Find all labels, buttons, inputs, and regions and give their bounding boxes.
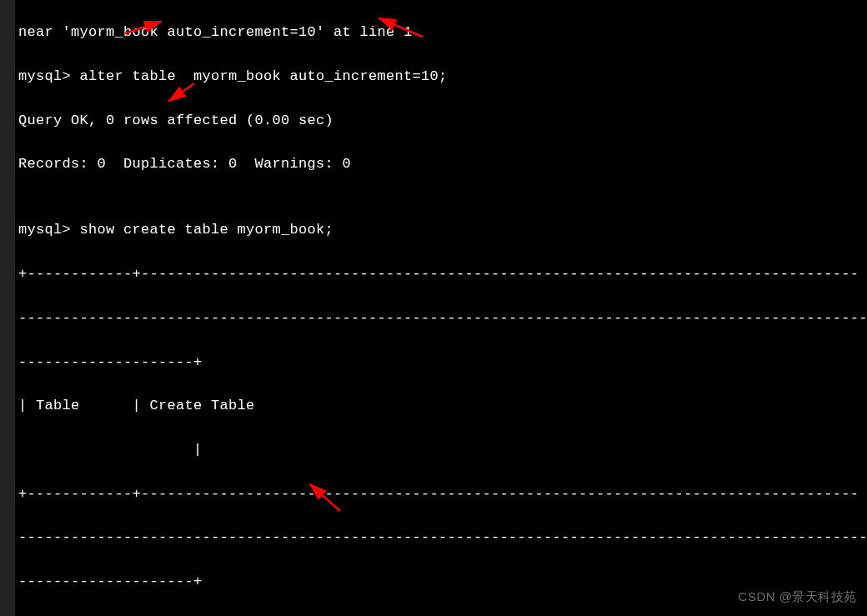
terminal-line: +------------+--------------------------… — [18, 263, 867, 285]
watermark-text: CSDN @景天科技苑 — [739, 587, 857, 606]
terminal-line: --------------------+ — [18, 352, 867, 373]
terminal-line: | Table | Create Table — [18, 395, 867, 417]
terminal-line: near 'myorm_book auto_increment=10' at l… — [18, 22, 867, 43]
terminal-line: | — [18, 439, 867, 461]
terminal-line: +------------+--------------------------… — [18, 483, 867, 505]
terminal-line: ----------------------------------------… — [18, 308, 867, 329]
terminal-line: Query OK, 0 rows affected (0.00 sec) — [18, 110, 867, 132]
terminal-line: ----------------------------------------… — [18, 527, 867, 548]
terminal-line: mysql> show create table myorm_book; — [18, 219, 867, 241]
terminal-line: Records: 0 Duplicates: 0 Warnings: 0 — [18, 153, 867, 175]
terminal-line: mysql> alter table myorm_book auto_incre… — [18, 66, 867, 88]
terminal-output[interactable]: near 'myorm_book auto_increment=10' at l… — [7, 0, 867, 616]
